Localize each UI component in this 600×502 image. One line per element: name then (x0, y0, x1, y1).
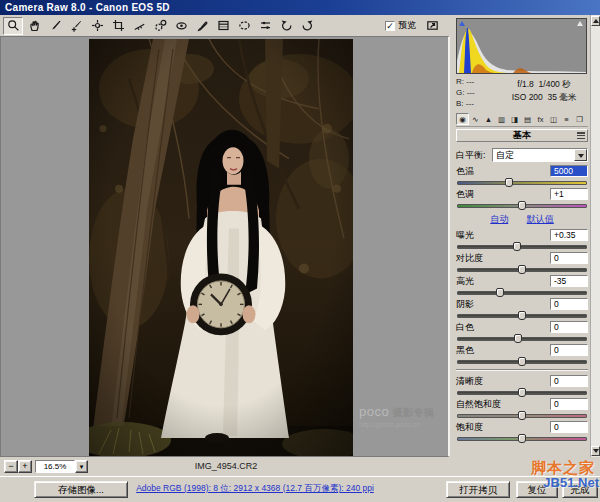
blacks-slider-row: 黑色0 (456, 344, 588, 364)
graduated-filter-tool-icon[interactable] (213, 17, 233, 35)
image-preview-area[interactable]: poco 摄影专辑 http://photo.poco.cn (0, 36, 450, 457)
section-title: 基本 (513, 130, 531, 140)
footer-bar: 存储图像... Adobe RGB (1998): 8 位: 2912 x 43… (0, 476, 600, 502)
saturation-value-field[interactable]: 0 (550, 421, 588, 433)
auto-link[interactable]: 自动 (490, 214, 508, 224)
tab-hsl-grayscale-icon[interactable]: ▥ (495, 113, 508, 125)
tab-snapshots-icon[interactable]: ❐ (573, 113, 586, 125)
targeted-adjustment-tool-icon[interactable] (87, 17, 107, 35)
preview-label: 预览 (398, 19, 416, 32)
tab-camera-calibration-icon[interactable]: ◫ (547, 113, 560, 125)
slider-thumb[interactable] (505, 178, 513, 187)
whites-slider-row: 白色0 (456, 321, 588, 341)
whites-slider[interactable] (457, 337, 587, 341)
adjustments-panel: R: --- G: --- B: --- f/1.8 1/400 秒 ISO 2… (452, 15, 600, 457)
chevron-down-icon[interactable] (574, 149, 587, 161)
slider-thumb[interactable] (518, 388, 526, 397)
tab-tone-curve-icon[interactable]: ∿ (469, 113, 482, 125)
white-balance-select[interactable]: 自定 (492, 148, 588, 162)
title-bar[interactable]: Camera Raw 8.0 - Canon EOS 5D (0, 0, 600, 15)
reset-button[interactable]: 复位 (516, 481, 558, 498)
poco-logo: poco (359, 404, 389, 419)
zoom-bar: − + 16.5% ▾ IMG_4954.CR2 (0, 457, 452, 476)
exif-info: R: --- G: --- B: --- f/1.8 1/400 秒 ISO 2… (456, 77, 588, 109)
tab-lens-corrections-icon[interactable]: ▤ (521, 113, 534, 125)
slider-thumb[interactable] (513, 242, 521, 251)
blacks-slider[interactable] (457, 360, 587, 364)
slider-thumb[interactable] (518, 265, 526, 274)
toolbar: ✓ 预览 (0, 15, 452, 36)
panel-scrollbar[interactable] (590, 15, 600, 457)
image-filename: IMG_4954.CR2 (0, 461, 452, 471)
crop-tool-icon[interactable] (108, 17, 128, 35)
clarity-slider[interactable] (457, 391, 587, 395)
vibrance-slider[interactable] (457, 414, 587, 418)
preview-checkbox[interactable]: ✓ 预览 (385, 19, 416, 32)
slider-thumb[interactable] (514, 334, 522, 343)
tab-split-toning-icon[interactable]: ◨ (508, 113, 521, 125)
shadows-slider[interactable] (457, 314, 587, 318)
tint-slider[interactable] (457, 204, 587, 208)
adjustment-brush-tool-icon[interactable] (192, 17, 212, 35)
tint-value-field[interactable]: +1 (550, 188, 588, 200)
temperature-value-field[interactable]: 5000 (550, 165, 588, 177)
vibrance-value-field[interactable]: 0 (550, 398, 588, 410)
slider-thumb[interactable] (496, 288, 504, 297)
hand-tool-icon[interactable] (24, 17, 44, 35)
red-eye-removal-tool-icon[interactable] (171, 17, 191, 35)
vibrance-slider-row: 自然饱和度0 (456, 398, 588, 418)
color-sampler-tool-icon[interactable] (66, 17, 86, 35)
exposure-value-field[interactable]: +0.35 (550, 229, 588, 241)
fullscreen-toggle-icon[interactable] (422, 17, 442, 35)
auto-default-links: 自动 默认值 (456, 213, 588, 226)
slider-thumb[interactable] (518, 311, 526, 320)
section-divider (456, 369, 588, 371)
tab-detail-icon[interactable]: ▲ (482, 113, 495, 125)
radial-filter-tool-icon[interactable] (234, 17, 254, 35)
scroll-down-icon[interactable] (591, 446, 600, 456)
highlights-value-field[interactable]: -35 (550, 275, 588, 287)
contrast-slider[interactable] (457, 268, 587, 272)
exposure-slider[interactable] (457, 245, 587, 249)
rotate-left-tool-icon[interactable] (276, 17, 296, 35)
clarity-value-field[interactable]: 0 (550, 375, 588, 387)
temperature-slider-row: 色温5000 (456, 165, 588, 185)
whites-value-field[interactable]: 0 (550, 321, 588, 333)
shot-settings: f/1.8 1/400 秒 ISO 200 35 毫米 (500, 77, 588, 109)
basic-section-header: 基本 (456, 129, 588, 142)
default-link[interactable]: 默认值 (527, 214, 554, 224)
straighten-tool-icon[interactable] (129, 17, 149, 35)
tab-effects-icon[interactable]: fx (534, 113, 547, 125)
blacks-value-field[interactable]: 0 (550, 344, 588, 356)
tab-presets-icon[interactable]: ≡ (560, 113, 573, 125)
shadows-value-field[interactable]: 0 (550, 298, 588, 310)
shadows-slider-row: 阴影0 (456, 298, 588, 318)
slider-thumb[interactable] (518, 411, 526, 420)
poco-url: http://photo.poco.cn (359, 421, 449, 429)
white-balance-label: 白平衡: (456, 149, 492, 162)
slider-thumb[interactable] (518, 357, 526, 366)
panel-menu-icon[interactable] (577, 132, 585, 139)
saturation-slider-row: 饱和度0 (456, 421, 588, 441)
slider-thumb[interactable] (518, 201, 526, 210)
saturation-slider[interactable] (457, 437, 587, 441)
checkbox-check-icon: ✓ (385, 21, 395, 31)
slider-thumb[interactable] (518, 434, 526, 443)
zoom-tool-icon[interactable] (3, 17, 23, 35)
tab-basic-icon[interactable]: ◉ (456, 113, 469, 125)
contrast-value-field[interactable]: 0 (550, 252, 588, 264)
workflow-options-link[interactable]: Adobe RGB (1998): 8 位: 2912 x 4368 (12.7… (110, 483, 400, 495)
scroll-up-icon[interactable] (591, 16, 600, 26)
white-balance-tool-icon[interactable] (45, 17, 65, 35)
open-copy-button[interactable]: 打开拷贝 (446, 481, 510, 498)
preferences-tool-icon[interactable] (255, 17, 275, 35)
rotate-right-tool-icon[interactable] (297, 17, 317, 35)
temperature-slider[interactable] (457, 181, 587, 185)
histogram-graph (457, 23, 586, 73)
photo-canvas[interactable] (89, 39, 353, 456)
poco-watermark: poco 摄影专辑 http://photo.poco.cn (359, 405, 449, 429)
spot-removal-tool-icon[interactable] (150, 17, 170, 35)
clarity-slider-row: 清晰度0 (456, 375, 588, 395)
highlights-slider[interactable] (457, 291, 587, 295)
done-button[interactable]: 完成 (562, 481, 598, 498)
